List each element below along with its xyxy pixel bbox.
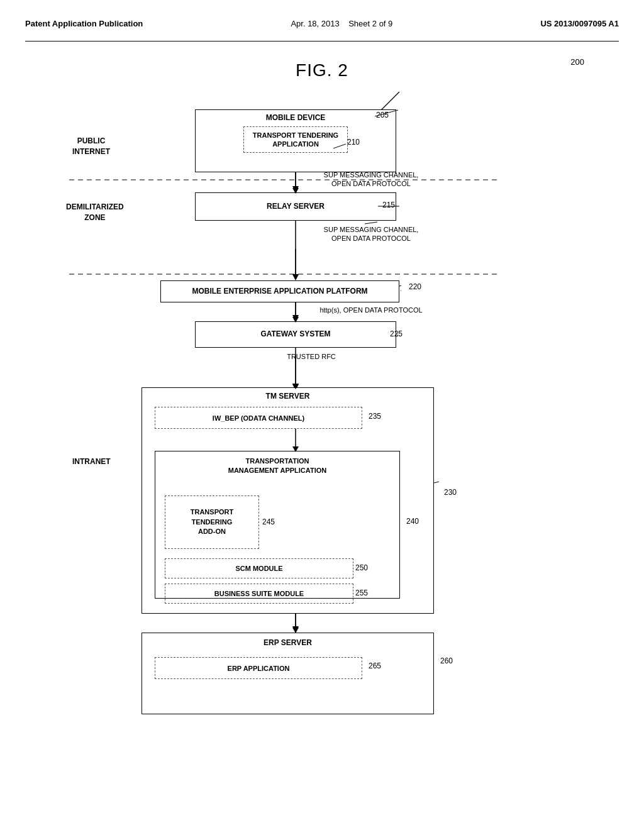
tma-label: TRANSPORTATIONMANAGEMENT APPLICATION [155,456,399,476]
svg-marker-32 [292,274,299,280]
header-sheet: Sheet 2 of 9 [348,19,392,28]
relay-server-box: RELAY SERVER [195,192,396,221]
header-right: US 2013/0097095 A1 [540,19,619,28]
transport-tendering-app-box: TRANSPORT TENDERINGAPPLICATION [243,126,348,153]
transport-tendering-addon-box: TRANSPORTTENDERINGADD-ON [165,495,259,549]
svg-line-15 [365,222,377,224]
fig-label: FIG. 2 [296,60,348,80]
ref-240-inner: 240 [406,517,419,526]
meap-label: MOBILE ENTERPRISE APPLICATION PLATFORM [192,287,367,297]
intranet-label: INTRANET [72,456,111,467]
page: Patent Application Publication Apr. 18, … [0,0,644,830]
header-date: Apr. 18, 2013 [291,19,339,28]
erp-app-box: ERP APPLICATION [155,657,362,679]
sup-messaging-2-label: SUP MESSAGING CHANNEL,OPEN DATA PROTOCOL [308,225,434,243]
erp-server-label: ERP SERVER [142,638,433,647]
mobile-device-box: MOBILE DEVICE TRANSPORT TENDERINGAPPLICA… [195,109,396,172]
svg-marker-2 [292,186,299,192]
tm-server-outer-box: TM SERVER IW_BEP (ODATA CHANNEL) 235 TRA… [142,387,434,614]
header-left: Patent Application Publication [25,19,143,28]
ref-230: 230 [444,488,457,497]
tm-server-label: TM SERVER [142,392,433,401]
ref-225: 225 [390,329,402,338]
https-label: http(s), OPEN DATA PROTOCOL [302,306,440,314]
header: Patent Application Publication Apr. 18, … [25,13,619,42]
ref-215: 215 [382,201,395,209]
trusted-rfc-label: TRUSTED RFC [264,352,358,361]
ref-265-inner: 265 [369,661,381,670]
relay-server-label: RELAY SERVER [267,202,325,212]
erp-server-outer-box: ERP SERVER ERP APPLICATION 265 [142,633,434,714]
ref-205: 205 [376,111,389,119]
public-internet-label: PUBLICINTERNET [72,136,110,157]
ref-260: 260 [440,656,453,665]
svg-marker-6 [292,315,299,321]
ref-220: 220 [409,282,421,291]
svg-line-0 [380,92,399,111]
iw-bep-box: IW_BEP (ODATA CHANNEL) [155,407,362,429]
svg-marker-4 [292,274,299,280]
meap-box: MOBILE ENTERPRISE APPLICATION PLATFORM [160,280,399,302]
gateway-box: GATEWAY SYSTEM [195,321,396,348]
diagram: FIG. 2 200 [25,54,619,809]
demilitarized-zone-label: DEMILITARIZEDZONE [66,202,124,223]
ref-200: 200 [570,57,584,67]
ref-235-inner: 235 [369,412,381,421]
header-center: Apr. 18, 2013 Sheet 2 of 9 [291,19,392,28]
mobile-device-label: MOBILE DEVICE [266,113,326,123]
svg-marker-12 [292,626,299,633]
gateway-label: GATEWAY SYSTEM [260,329,330,340]
ref-250-inner: 250 [355,563,368,572]
scm-module-box: SCM MODULE [165,558,353,578]
business-suite-box: BUSINESS SUITE MODULE [165,584,353,604]
sup-messaging-1-label: SUP MESSAGING CHANNEL,OPEN DATA PROTOCOL [308,170,434,189]
ref-255-inner: 255 [355,589,368,597]
ref-245-inner: 245 [262,517,275,526]
ref-210: 210 [347,138,360,147]
tma-outer-box: TRANSPORTATIONMANAGEMENT APPLICATION TRA… [155,451,400,599]
